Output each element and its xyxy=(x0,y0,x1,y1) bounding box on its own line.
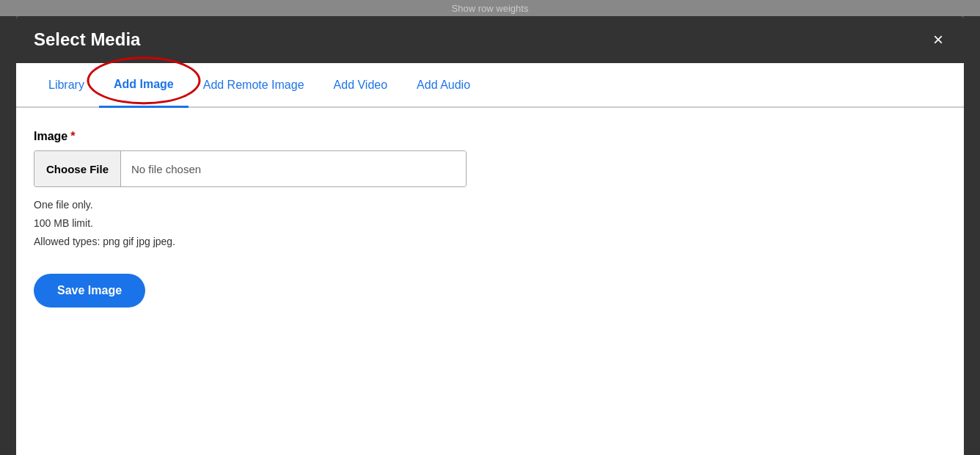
field-label-row: Image * xyxy=(34,130,946,143)
save-image-button[interactable]: Save Image xyxy=(34,274,145,307)
modal: Select Media × Library Add Image Add Rem… xyxy=(16,16,964,455)
required-star: * xyxy=(70,130,75,143)
tab-content: Image * Choose File No file chosen One f… xyxy=(16,108,964,455)
background-bar: Show row weights xyxy=(0,0,980,16)
tab-add-audio[interactable]: Add Audio xyxy=(402,64,485,106)
hint-line-2: 100 MB limit. xyxy=(34,214,946,233)
modal-title: Select Media xyxy=(34,29,140,50)
background-bar-text: Show row weights xyxy=(452,3,529,14)
modal-header: Select Media × xyxy=(16,16,964,63)
file-name-display: No file chosen xyxy=(121,151,466,186)
hint-line-1: One file only. xyxy=(34,196,946,214)
file-input-wrapper: Choose File No file chosen xyxy=(34,150,467,187)
tab-add-remote-image[interactable]: Add Remote Image xyxy=(189,64,319,106)
hint-line-3: Allowed types: png gif jpg jpeg. xyxy=(34,233,946,251)
field-label-text: Image xyxy=(34,130,67,143)
tab-add-video[interactable]: Add Video xyxy=(319,64,403,106)
hint-text: One file only. 100 MB limit. Allowed typ… xyxy=(34,196,946,252)
choose-file-button[interactable]: Choose File xyxy=(34,151,121,186)
tabs-bar: Library Add Image Add Remote Image Add V… xyxy=(16,63,964,108)
tab-library[interactable]: Library xyxy=(34,64,99,106)
modal-body: Library Add Image Add Remote Image Add V… xyxy=(16,63,964,455)
tab-add-image[interactable]: Add Image xyxy=(99,63,189,108)
close-button[interactable]: × xyxy=(930,31,946,48)
